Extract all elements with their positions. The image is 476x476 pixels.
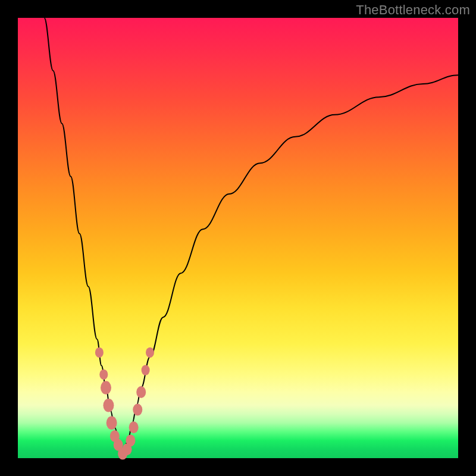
data-marker (103, 399, 114, 412)
chart-svg (18, 18, 458, 458)
data-marker (142, 365, 150, 375)
data-marker (95, 347, 104, 358)
data-marker (129, 421, 139, 433)
data-marker (136, 386, 146, 398)
data-marker (101, 381, 111, 394)
curve-right-branch (123, 75, 458, 453)
watermark-text: TheBottleneck.com (356, 2, 470, 18)
chart-frame: TheBottleneck.com (0, 0, 476, 476)
data-marker (99, 369, 108, 380)
data-marker (146, 347, 154, 358)
data-marker (133, 404, 142, 416)
data-marker (107, 416, 117, 430)
marker-group (95, 347, 154, 460)
plot-area (18, 18, 458, 458)
data-marker (126, 434, 135, 446)
